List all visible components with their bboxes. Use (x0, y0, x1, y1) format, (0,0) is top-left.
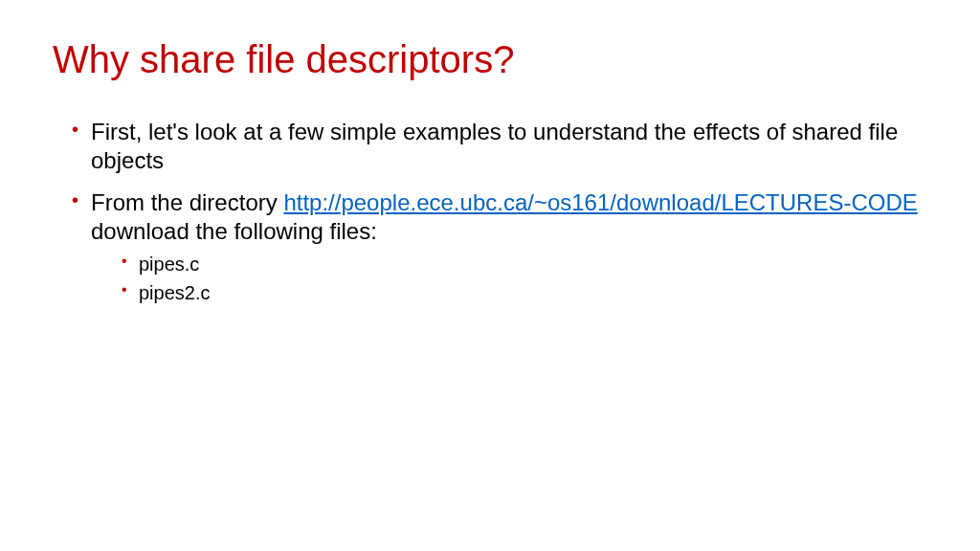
sub-bullet-2-text: pipes2.c (139, 282, 211, 303)
bullet-2-pre: From the directory (91, 189, 283, 215)
sub-bullet-list: pipes.c pipes2.c (91, 252, 927, 305)
sub-bullet-1-text: pipes.c (139, 253, 199, 275)
bullet-list: First, let's look at a few simple exampl… (53, 118, 927, 305)
slide-title: Why share file descriptors? (53, 38, 927, 81)
sub-bullet-1: pipes.c (122, 252, 927, 276)
bullet-item-1: First, let's look at a few simple exampl… (72, 118, 927, 175)
sub-bullet-2: pipes2.c (122, 280, 927, 305)
lectures-code-link[interactable]: http://people.ece.ubc.ca/~os161/download… (283, 189, 917, 215)
bullet-item-2: From the directory http://people.ece.ubc… (72, 188, 927, 305)
bullet-2-post: download the following files: (91, 218, 377, 244)
slide: Why share file descriptors? First, let's… (0, 0, 980, 551)
bullet-text-1: First, let's look at a few simple exampl… (91, 119, 898, 173)
